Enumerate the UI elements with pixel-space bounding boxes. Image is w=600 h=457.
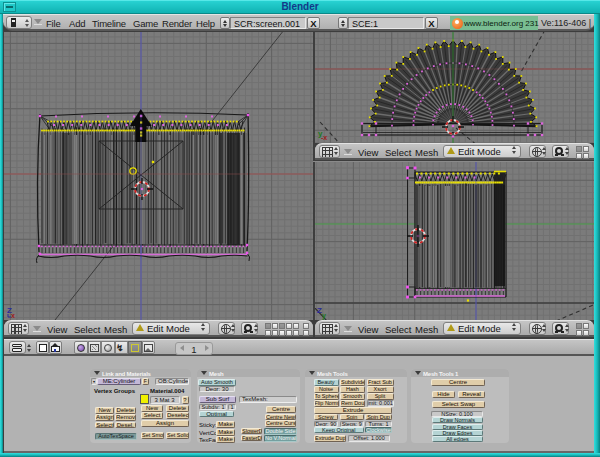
svg-text:y: y — [322, 312, 326, 320]
svg-text:x: x — [11, 312, 15, 319]
svg-text:-x: -x — [321, 134, 327, 141]
